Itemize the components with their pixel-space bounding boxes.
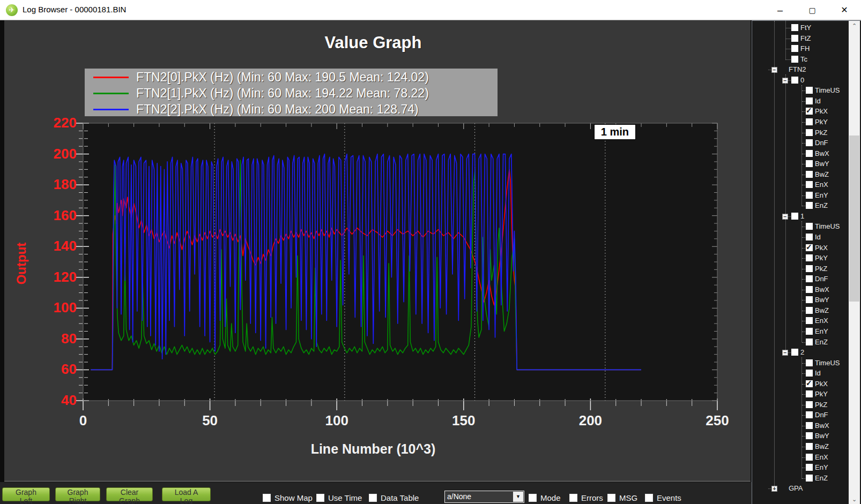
clear-graph-button[interactable]: Clear Graph [106,487,153,501]
tree-checkbox-eny[interactable] [806,464,813,471]
tree-label[interactable]: EnY [815,463,828,471]
checkbox-box[interactable] [316,494,324,502]
tree-checkbox-pkz[interactable] [806,265,813,272]
tree-checkbox-ftz[interactable] [791,35,798,42]
tree-label[interactable]: DnF [815,275,828,283]
tree-label[interactable]: EnX [815,180,828,189]
tree-checkbox-bwz[interactable] [806,171,813,178]
graph-source-dropdown[interactable]: a/None▼ [444,491,524,503]
tree-checkbox-enz[interactable] [806,475,813,482]
tree-label[interactable]: BwY [815,160,829,168]
tree-label[interactable]: TimeUS [815,222,840,230]
tree-label[interactable]: PkZ [815,265,827,273]
tree-label[interactable]: PkX [815,244,828,252]
tree-checkbox-enz[interactable] [806,338,813,345]
tree-checkbox-dnf[interactable] [806,139,813,146]
tree-checkbox-enz[interactable] [806,202,813,209]
plot-canvas[interactable] [4,20,751,482]
checkbox-box[interactable] [607,494,615,502]
tree-checkbox-bwy[interactable] [806,432,813,439]
tree-label[interactable]: BwZ [815,442,829,450]
tree-label[interactable]: FtY [800,24,811,32]
checkbox-box[interactable] [569,494,577,502]
tree-checkbox-pkx[interactable]: ✓ [806,108,813,115]
tree-checkbox-tc[interactable] [791,56,798,63]
tree-checkbox-dnf[interactable] [806,275,813,282]
tree-checkbox-pkx[interactable]: ✓ [806,244,813,251]
checkbox-data-table[interactable]: Data Table [369,493,419,502]
tree-label[interactable]: PkZ [815,129,827,137]
tree-checkbox-bwx[interactable] [806,286,813,293]
collapse-icon[interactable]: − [782,214,788,220]
dropdown-arrow-icon[interactable]: ▼ [513,492,523,502]
tree-label[interactable]: BwZ [815,170,829,178]
tree-label[interactable]: EnX [815,317,828,325]
checkbox-show-map[interactable]: Show Map [263,493,313,502]
tree-checkbox-id[interactable] [806,370,813,377]
tree-label[interactable]: TimeUS [815,359,840,367]
tree-label[interactable]: 0 [800,76,804,84]
checkbox-box[interactable] [645,494,653,502]
tree-checkbox-enx[interactable] [806,454,813,461]
tree-label[interactable]: PkZ [815,401,827,409]
tree-checkbox-bwx[interactable] [806,422,813,429]
expand-icon[interactable]: + [771,486,777,492]
collapse-icon[interactable]: − [782,350,788,356]
tree-checkbox-pkz[interactable] [806,401,813,408]
scrollbar-down-icon[interactable]: ⌄ [849,494,860,504]
tree-checkbox-bwz[interactable] [806,443,813,450]
tree-checkbox-timeus[interactable] [806,223,813,230]
load-a-log-button[interactable]: Load A Log [162,487,211,501]
tree-label[interactable]: BwZ [815,306,829,314]
checkbox-use-time[interactable]: Use Time [316,493,362,502]
close-button[interactable]: ✕ [832,0,857,20]
tree-checkbox-enx[interactable] [806,181,813,188]
tree-label[interactable]: DnF [815,139,828,147]
checkbox-mode[interactable]: Mode [529,493,561,502]
tree-label[interactable]: PkX [815,107,828,115]
graph-left-button[interactable]: Graph Left [2,487,50,501]
collapse-icon[interactable]: − [771,67,777,73]
tree-scrollbar[interactable]: ⌃ ⌄ [849,21,860,504]
tree-label[interactable]: EnZ [815,474,828,482]
scrollbar-thumb[interactable] [849,136,859,302]
checkbox-box[interactable] [369,494,377,502]
tree-label[interactable]: BwX [815,149,829,157]
tree-label[interactable]: Id [815,97,821,105]
tree-label[interactable]: FH [800,44,810,52]
maximize-button[interactable]: ▢ [800,0,825,20]
tree-checkbox-eny[interactable] [806,192,813,199]
tree-checkbox-pky[interactable] [806,390,813,397]
tree-checkbox-pkz[interactable] [806,129,813,136]
tree-checkbox-bwy[interactable] [806,160,813,167]
tree-label[interactable]: DnF [815,411,828,419]
tree-label[interactable]: EnZ [815,338,828,346]
collapse-icon[interactable]: − [782,78,788,84]
checkbox-box[interactable] [529,494,537,502]
tree-checkbox-bwx[interactable] [806,150,813,157]
tree-label[interactable]: PkY [815,390,828,398]
tree-label[interactable]: PkY [815,118,828,126]
tree-checkbox-pkx[interactable]: ✓ [806,380,813,387]
tree-label[interactable]: EnX [815,453,828,461]
tree-label[interactable]: FtZ [800,34,811,42]
checkbox-events[interactable]: Events [645,493,681,502]
tree-checkbox-timeus[interactable] [806,87,813,94]
tree-label[interactable]: BwY [815,296,829,304]
tree-label[interactable]: Tc [800,55,807,63]
tree-checkbox-eny[interactable] [806,328,813,335]
tree-label[interactable]: FTN2 [789,65,806,73]
tree-checkbox-pky[interactable] [806,118,813,125]
tree-checkbox-1[interactable] [791,213,798,220]
scrollbar-up-icon[interactable]: ⌃ [849,21,860,31]
checkbox-msg[interactable]: MSG [607,493,637,502]
graph-right-button[interactable]: Graph Right [55,487,100,501]
checkbox-box[interactable] [263,494,271,502]
tree-label[interactable]: BwY [815,432,829,440]
tree-checkbox-bwz[interactable] [806,307,813,314]
tree-label[interactable]: BwX [815,285,829,294]
tree-label[interactable]: TimeUS [815,86,840,94]
tree-checkbox-timeus[interactable] [806,359,813,366]
checkbox-errors[interactable]: Errors [569,493,603,502]
tree-checkbox-fty[interactable] [791,24,798,31]
